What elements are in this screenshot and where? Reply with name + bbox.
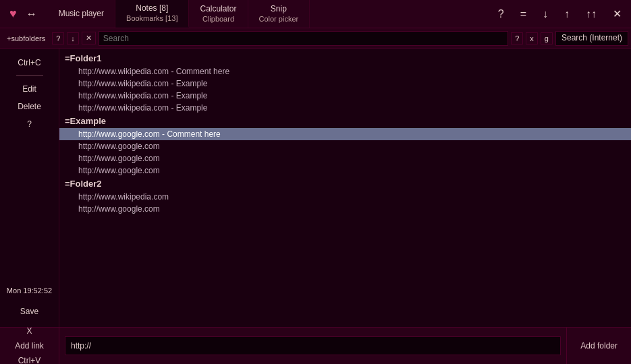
scroll-up-icon[interactable]: ↑ <box>560 5 574 23</box>
sidebar-help[interactable]: ? <box>0 115 59 133</box>
tab-notes-bookmarks[interactable]: Notes [8] Bookmarks [13] <box>115 0 189 28</box>
toolbar-x-button[interactable]: ✕ <box>82 32 96 44</box>
list-item[interactable]: http://www.google.com <box>59 203 631 215</box>
tab-calculator-clipboard[interactable]: Calculator Clipboard <box>189 0 248 28</box>
folder-header-folder2[interactable]: =Folder2 <box>59 177 631 191</box>
content-area: =Folder1 http://www.wikipedia.com - Comm… <box>59 49 631 327</box>
top-nav: ♥ ↔ Music player Notes [8] Bookmarks [13… <box>0 0 631 28</box>
toolbar-x2-button[interactable]: x <box>526 32 538 44</box>
left-sidebar: Ctrl+C Edit Delete ? Mon 19:52:52 Save <box>0 49 59 327</box>
list-item[interactable]: http://www.wikipedia.com - Example <box>59 102 631 114</box>
tab-bookmarks-label: Bookmarks [13] <box>126 13 177 23</box>
tab-clipboard-label: Clipboard <box>202 14 234 24</box>
list-item[interactable]: http://www.google.com <box>59 140 631 152</box>
list-item-selected[interactable]: http://www.google.com - Comment here <box>59 128 631 140</box>
nav-left-controls: ♥ ↔ <box>0 0 48 28</box>
list-item[interactable]: http://www.wikipedia.com - Comment here <box>59 65 631 78</box>
tab-colorpicker-label: Color picker <box>259 14 299 24</box>
ctrl-v-label[interactable]: Ctrl+V <box>14 355 45 364</box>
bottom-bar: X Add link Ctrl+V Add folder <box>0 327 631 364</box>
scroll-top-icon[interactable]: ↑↑ <box>582 5 601 23</box>
tab-snip-label: Snip <box>271 4 287 15</box>
tab-music-player[interactable]: Music player <box>48 0 115 28</box>
toolbar: +subfolders ? ↓ ✕ ? x g Search (Internet… <box>0 28 631 49</box>
add-link-button[interactable]: Add link <box>11 340 48 352</box>
equals-icon[interactable]: = <box>516 5 530 23</box>
bottom-right-controls: Add folder <box>567 328 631 364</box>
toolbar-g-button[interactable]: g <box>541 32 553 44</box>
scroll-down-icon[interactable]: ↓ <box>539 5 552 23</box>
url-input[interactable] <box>65 336 561 355</box>
list-item[interactable]: http://www.google.com <box>59 164 631 177</box>
bottom-x-button[interactable]: X <box>22 325 36 337</box>
tab-music-player-label: Music player <box>59 9 104 20</box>
list-item[interactable]: http://www.wikipedia.com - Example <box>59 78 631 90</box>
bottom-left-controls: X Add link Ctrl+V <box>0 328 59 364</box>
folder-header-folder1[interactable]: =Folder1 <box>59 51 631 65</box>
sidebar-delete[interactable]: Delete <box>0 98 59 115</box>
bottom-center-url <box>59 328 567 364</box>
sidebar-divider-1 <box>16 75 43 76</box>
list-item[interactable]: http://www.google.com <box>59 152 631 164</box>
nav-tabs: Music player Notes [8] Bookmarks [13] Ca… <box>48 0 489 28</box>
tab-snip-colorpicker[interactable]: Snip Color picker <box>248 0 310 28</box>
folder-header-example[interactable]: =Example <box>59 114 631 128</box>
main-area: Ctrl+C Edit Delete ? Mon 19:52:52 Save =… <box>0 49 631 327</box>
search-input[interactable] <box>99 31 508 46</box>
list-item[interactable]: http://www.wikipedia.com - Example <box>59 90 631 102</box>
toolbar-help-button[interactable]: ? <box>52 32 64 44</box>
help-icon[interactable]: ? <box>494 5 508 23</box>
sidebar-save[interactable]: Save <box>18 301 41 322</box>
back-icon[interactable]: ↔ <box>21 8 43 20</box>
add-folder-button[interactable]: Add folder <box>575 338 623 353</box>
close-icon[interactable]: ✕ <box>609 5 626 23</box>
tab-calculator-label: Calculator <box>200 4 236 15</box>
internet-search-label: Search (Internet) <box>555 31 628 46</box>
toolbar-down-button[interactable]: ↓ <box>67 32 79 44</box>
sidebar-time: Mon 19:52:52 <box>4 280 55 302</box>
nav-right-icons: ? = ↓ ↑ ↑↑ ✕ <box>489 0 631 28</box>
sidebar-edit[interactable]: Edit <box>0 80 59 98</box>
toolbar-q-button[interactable]: ? <box>511 32 523 44</box>
tab-notes-label: Notes [8] <box>136 3 168 14</box>
heart-icon[interactable]: ♥ <box>5 7 21 21</box>
sidebar-ctrl-c[interactable]: Ctrl+C <box>0 54 59 71</box>
list-item[interactable]: http://www.wikipedia.com <box>59 191 631 203</box>
subfolders-button[interactable]: +subfolders <box>3 33 49 44</box>
